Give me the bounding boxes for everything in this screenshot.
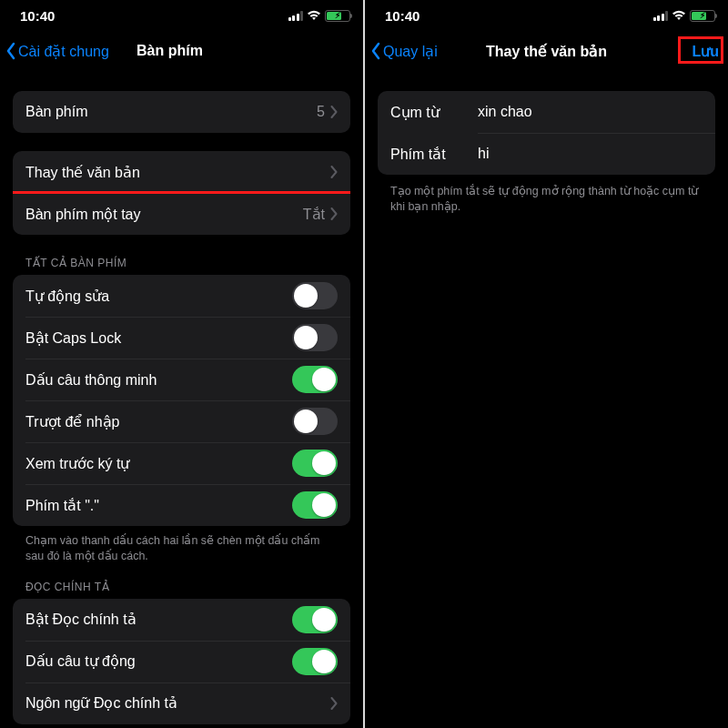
chevron-right-icon — [330, 166, 338, 178]
phrase-input[interactable]: xin chao — [478, 104, 703, 120]
row-caps-lock[interactable]: Bật Caps Lock — [13, 317, 350, 359]
section-header-all-keyboards: TẤT CẢ BÀN PHÍM — [25, 257, 338, 269]
status-time: 10:40 — [385, 8, 420, 24]
group-dictation: Bật Đọc chính tả Dấu câu tự động Ngôn ng… — [13, 599, 350, 724]
nav-bar: Quay lại Thay thế văn bản Lưu — [365, 31, 728, 71]
status-icons: ⚡︎ — [288, 10, 351, 22]
toggle-period-shortcut[interactable] — [292, 491, 338, 519]
row-smart-punct[interactable]: Dấu câu thông minh — [13, 359, 350, 400]
section-footer-all: Chạm vào thanh dấu cách hai lần sẽ chèn … — [25, 533, 338, 564]
chevron-right-icon — [330, 697, 338, 710]
row-period-shortcut[interactable]: Phím tắt "." — [13, 484, 350, 526]
battery-charging-icon: ⚡︎ — [325, 10, 350, 22]
nav-bar: Cài đặt chung Bàn phím — [0, 31, 363, 71]
wifi-icon — [307, 10, 321, 21]
group-text-replacement-form: Cụm từ xin chao Phím tắt hi — [378, 91, 715, 175]
chevron-right-icon — [330, 207, 338, 220]
toggle-slide-type[interactable] — [292, 408, 338, 435]
right-screen: 10:40 ⚡︎ Quay lại Thay thế văn bản Lưu — [363, 0, 728, 728]
row-label: Thay thế văn bản — [25, 164, 330, 181]
back-button[interactable]: Quay lại — [370, 42, 438, 60]
row-shortcut[interactable]: Phím tắt hi — [378, 133, 715, 175]
back-label: Cài đặt chung — [18, 43, 109, 60]
row-dict-language[interactable]: Ngôn ngữ Đọc chính tả — [13, 682, 350, 724]
row-label: Bật Đọc chính tả — [25, 611, 292, 628]
row-label: Bật Caps Lock — [25, 329, 292, 347]
chevron-left-icon — [370, 42, 381, 60]
cellular-icon — [288, 11, 304, 21]
back-label: Quay lại — [383, 43, 438, 60]
row-label: Ngôn ngữ Đọc chính tả — [25, 694, 330, 712]
row-label: Xem trước ký tự — [25, 455, 292, 472]
group-all-keyboards: Tự động sửa Bật Caps Lock Dấu câu thông … — [13, 275, 350, 526]
content: Bàn phím 5 Thay thế văn bản Bàn phím một… — [0, 71, 363, 728]
save-button[interactable]: Lưu — [692, 43, 719, 60]
toggle-enable-dictation[interactable] — [292, 606, 338, 633]
row-label: Phím tắt "." — [25, 497, 292, 514]
section-header-dictation: ĐỌC CHÍNH TẢ — [25, 581, 338, 593]
row-label: Dấu câu thông minh — [25, 371, 292, 389]
battery-charging-icon: ⚡︎ — [690, 10, 715, 22]
row-keyboards[interactable]: Bàn phím 5 — [13, 91, 350, 133]
status-bar: 10:40 ⚡︎ — [365, 0, 728, 31]
toggle-caps-lock[interactable] — [292, 324, 338, 351]
chevron-left-icon — [5, 42, 16, 60]
group-text: Thay thế văn bản Bàn phím một tay Tắt — [13, 151, 350, 235]
row-label: Dấu câu tự động — [25, 652, 292, 670]
group-keyboards: Bàn phím 5 — [13, 91, 350, 133]
toggle-char-preview[interactable] — [292, 450, 338, 477]
shortcut-input[interactable]: hi — [478, 146, 703, 162]
chevron-right-icon — [330, 106, 338, 118]
wifi-icon — [672, 10, 686, 21]
shortcut-label: Phím tắt — [390, 146, 478, 163]
status-icons: ⚡︎ — [653, 10, 716, 22]
row-label: Trượt để nhập — [25, 413, 292, 430]
row-slide-type[interactable]: Trượt để nhập — [13, 400, 350, 442]
toggle-auto-correct[interactable] — [292, 282, 338, 309]
row-detail: 5 — [317, 104, 325, 120]
cellular-icon — [653, 11, 669, 21]
status-time: 10:40 — [20, 8, 55, 24]
row-label: Tự động sửa — [25, 288, 292, 305]
row-label: Bàn phím — [25, 104, 317, 120]
row-label: Bàn phím một tay — [25, 206, 303, 223]
content: Cụm từ xin chao Phím tắt hi Tạo một phím… — [365, 71, 728, 728]
toggle-dict-auto-punct[interactable] — [292, 648, 338, 675]
row-enable-dictation[interactable]: Bật Đọc chính tả — [13, 599, 350, 641]
row-detail: Tắt — [303, 206, 325, 223]
phrase-label: Cụm từ — [390, 104, 478, 121]
back-button[interactable]: Cài đặt chung — [5, 42, 109, 60]
row-char-preview[interactable]: Xem trước ký tự — [13, 442, 350, 484]
row-phrase[interactable]: Cụm từ xin chao — [378, 91, 715, 133]
status-bar: 10:40 ⚡︎ — [0, 0, 363, 31]
toggle-smart-punct[interactable] — [292, 366, 338, 393]
left-screen: 10:40 ⚡︎ Cài đặt chung Bàn phím Bàn phím… — [0, 0, 363, 728]
row-auto-correct[interactable]: Tự động sửa — [13, 275, 350, 317]
form-footer: Tạo một phím tắt sẽ tự động mở rộng thàn… — [390, 184, 703, 215]
row-dict-auto-punct[interactable]: Dấu câu tự động — [13, 641, 350, 682]
row-one-hand-keyboard[interactable]: Bàn phím một tay Tắt — [13, 193, 350, 235]
row-text-replacement[interactable]: Thay thế văn bản — [13, 151, 350, 193]
